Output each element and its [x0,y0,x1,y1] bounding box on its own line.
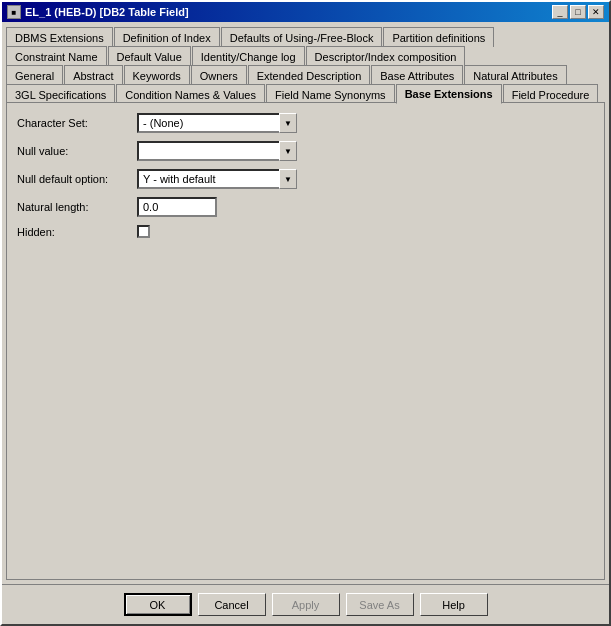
tab-3gl-specifications[interactable]: 3GL Specifications [6,84,115,104]
tab-definition-of-index[interactable]: Definition of Index [114,27,220,47]
button-bar: OK Cancel Apply Save As Help [2,584,609,624]
tab-extended-description[interactable]: Extended Description [248,65,371,85]
hidden-row: Hidden: [17,225,594,238]
tab-dbms-extensions[interactable]: DBMS Extensions [6,27,113,47]
minimize-button[interactable]: _ [552,5,568,19]
title-buttons: _ □ ✕ [552,5,604,19]
tab-base-attributes[interactable]: Base Attributes [371,65,463,85]
tab-identity-change-log[interactable]: Identity/Change log [192,46,305,66]
natural-length-row: Natural length: [17,197,594,217]
tab-general[interactable]: General [6,65,63,85]
null-value-select-wrapper: Yes No ▼ [137,141,297,161]
ok-button[interactable]: OK [124,593,192,616]
tab-row-1: DBMS Extensions Definition of Index Defa… [6,26,605,46]
natural-length-input[interactable] [137,197,217,217]
tab-defaults-of-using[interactable]: Defaults of Using-/Free-Block [221,27,383,47]
natural-length-label: Natural length: [17,201,137,213]
null-value-row: Null value: Yes No ▼ [17,141,594,161]
tab-field-procedure[interactable]: Field Procedure [503,84,599,104]
tab-row-4: 3GL Specifications Condition Names & Val… [6,83,605,103]
help-button[interactable]: Help [420,593,488,616]
tab-condition-names-values[interactable]: Condition Names & Values [116,84,265,104]
tab-row-2: Constraint Name Default Value Identity/C… [6,45,605,65]
tab-content-base-extensions: Character Set: - (None) EBCDIC ASCII UNI… [6,102,605,580]
null-value-select[interactable]: Yes No [137,141,297,161]
null-value-label: Null value: [17,145,137,157]
tab-abstract[interactable]: Abstract [64,65,122,85]
tab-owners[interactable]: Owners [191,65,247,85]
null-default-option-row: Null default option: Y - with default N … [17,169,594,189]
tab-keywords[interactable]: Keywords [124,65,190,85]
tab-natural-attributes[interactable]: Natural Attributes [464,65,566,85]
null-default-option-select-wrapper: Y - with default N - not null Y - nullab… [137,169,297,189]
tab-partition-definitions[interactable]: Partition definitions [383,27,494,47]
tab-default-value[interactable]: Default Value [108,46,191,66]
tab-descriptor-index-composition[interactable]: Descriptor/Index composition [306,46,466,66]
main-window: ■ EL_1 (HEB-D) [DB2 Table Field] _ □ ✕ D… [0,0,611,626]
null-default-option-select[interactable]: Y - with default N - not null Y - nullab… [137,169,297,189]
character-set-row: Character Set: - (None) EBCDIC ASCII UNI… [17,113,594,133]
close-button[interactable]: ✕ [588,5,604,19]
tab-base-extensions[interactable]: Base Extensions [396,84,502,104]
null-default-option-label: Null default option: [17,173,137,185]
character-set-select-wrapper: - (None) EBCDIC ASCII UNICODE ▼ [137,113,297,133]
hidden-label: Hidden: [17,226,137,238]
tab-field-name-synonyms[interactable]: Field Name Synonyms [266,84,395,104]
tab-constraint-name[interactable]: Constraint Name [6,46,107,66]
window-icon: ■ [7,5,21,19]
tab-row-3: General Abstract Keywords Owners Extende… [6,64,605,84]
character-set-select[interactable]: - (None) EBCDIC ASCII UNICODE [137,113,297,133]
cancel-button[interactable]: Cancel [198,593,266,616]
apply-button[interactable]: Apply [272,593,340,616]
title-bar: ■ EL_1 (HEB-D) [DB2 Table Field] _ □ ✕ [2,2,609,22]
character-set-label: Character Set: [17,117,137,129]
hidden-checkbox[interactable] [137,225,150,238]
window-title: EL_1 (HEB-D) [DB2 Table Field] [25,6,189,18]
save-as-button[interactable]: Save As [346,593,414,616]
title-bar-left: ■ EL_1 (HEB-D) [DB2 Table Field] [7,5,189,19]
maximize-button[interactable]: □ [570,5,586,19]
window-content: DBMS Extensions Definition of Index Defa… [2,22,609,584]
